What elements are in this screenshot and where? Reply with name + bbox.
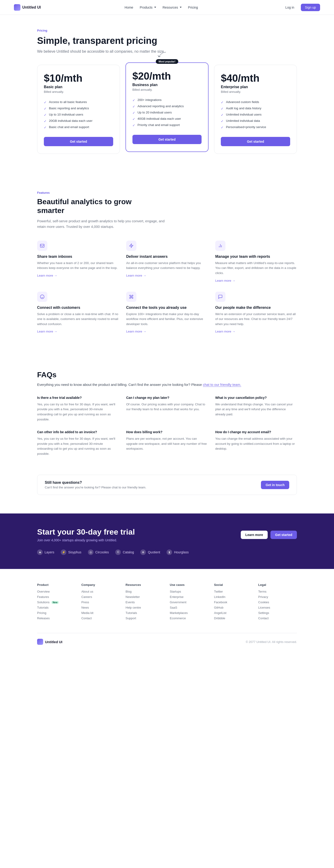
enterprise-billing: Billed annually. bbox=[221, 90, 290, 94]
learn-more-link[interactable]: Learn more → bbox=[215, 279, 297, 282]
faq-question: Is there a free trial available? bbox=[37, 396, 119, 400]
footer-logo[interactable]: Untitled UI bbox=[37, 639, 62, 645]
signup-button[interactable]: Sign up bbox=[301, 4, 320, 11]
sisyphus-icon: ⚡ bbox=[61, 550, 66, 555]
business-billing: Billed annually. bbox=[132, 88, 202, 91]
footer-link[interactable]: About us bbox=[81, 590, 120, 593]
faq-question: Can other info be added to an invoice? bbox=[37, 430, 119, 434]
footer-link[interactable]: Settings bbox=[258, 611, 297, 615]
check-icon: ✓ bbox=[221, 107, 224, 111]
check-icon: ✓ bbox=[44, 107, 46, 111]
footer-link[interactable]: News bbox=[81, 606, 120, 609]
footer-link[interactable]: Newsletter bbox=[126, 595, 164, 599]
footer-link[interactable]: Solutions New bbox=[37, 600, 76, 604]
still-questions-section: Still have questions? Can't find the ans… bbox=[37, 475, 297, 495]
feature-title: Connect with customers bbox=[37, 306, 119, 310]
footer-link[interactable]: AngelList bbox=[214, 611, 253, 615]
footer-link[interactable]: Overview bbox=[37, 590, 76, 593]
navbar: Untitled UI Home Products Resources Pric… bbox=[0, 0, 334, 15]
footer-link[interactable]: Licenses bbox=[258, 606, 297, 609]
footer-link[interactable]: Cookies bbox=[258, 600, 297, 604]
footer-link[interactable]: Releases bbox=[37, 617, 76, 620]
footer-link[interactable]: Contact bbox=[258, 617, 297, 620]
nav-products[interactable]: Products bbox=[140, 6, 156, 9]
list-item: ✓Personalised+priority service bbox=[221, 124, 290, 130]
footer-link[interactable]: Startups bbox=[170, 590, 208, 593]
check-icon: ✓ bbox=[44, 100, 46, 104]
quotient-icon: ⊕ bbox=[140, 550, 146, 555]
feature-deliver-answers: Deliver instant answers An all-in-one cu… bbox=[126, 241, 208, 282]
footer-link[interactable]: Support bbox=[126, 617, 164, 620]
layers-icon: ◈ bbox=[37, 550, 43, 555]
brand-logo-circooles: ◎ Circooles bbox=[88, 550, 109, 555]
footer-col-usecases: Use cases Startups Enterprise Government… bbox=[170, 583, 208, 622]
footer-link[interactable]: LinkedIn bbox=[214, 595, 253, 599]
learn-more-link[interactable]: Learn more → bbox=[215, 330, 297, 333]
cta-banner-title: Start your 30-day free trial bbox=[37, 527, 135, 536]
login-button[interactable]: Log in bbox=[281, 4, 298, 11]
faq-title: FAQs bbox=[37, 370, 297, 379]
nav-home[interactable]: Home bbox=[125, 6, 133, 9]
features-subtitle: Powerful, self-serve product and growth … bbox=[37, 218, 172, 229]
footer-link[interactable]: Marketplaces bbox=[170, 611, 208, 615]
pricing-cards: $10/mth Basic plan Billed annually. ✓Acc… bbox=[37, 65, 297, 154]
footer-link[interactable]: Features bbox=[37, 595, 76, 599]
enterprise-get-started[interactable]: Get started bbox=[221, 137, 290, 146]
cta-banner-text: Start your 30-day free trial Join over 4… bbox=[37, 527, 135, 542]
basic-get-started[interactable]: Get started bbox=[44, 137, 113, 146]
learn-more-link[interactable]: Learn more → bbox=[126, 274, 208, 277]
features-grid: Share team inboxes Whether you have a te… bbox=[37, 241, 297, 333]
command-icon bbox=[126, 292, 136, 302]
footer-link[interactable]: GitHub bbox=[214, 606, 253, 609]
faq-answer: Of course. Our pricing scales with your … bbox=[126, 402, 208, 412]
footer-link[interactable]: Contact bbox=[81, 617, 120, 620]
check-icon: ✓ bbox=[221, 126, 224, 129]
svg-rect-0 bbox=[40, 244, 44, 247]
business-price: $20/mth bbox=[132, 70, 202, 82]
cta-small-text: Still have questions? Can't find the ans… bbox=[45, 480, 146, 489]
footer-link[interactable]: SaaS bbox=[170, 606, 208, 609]
faq-intro: Everything you need to know about the pr… bbox=[37, 382, 297, 386]
footer-link[interactable]: Blog bbox=[126, 590, 164, 593]
footer-link[interactable]: Twitter bbox=[214, 590, 253, 593]
nav-resources[interactable]: Resources bbox=[163, 6, 181, 9]
list-item: ✓Unlimited individual data bbox=[221, 118, 290, 124]
learn-more-link[interactable]: Learn more → bbox=[37, 330, 119, 333]
footer-link[interactable]: Terms bbox=[258, 590, 297, 593]
nav-logo[interactable]: Untitled UI bbox=[14, 4, 41, 11]
nav-pricing[interactable]: Pricing bbox=[188, 6, 198, 9]
footer-col-title: Legal bbox=[258, 583, 297, 587]
footer-link[interactable]: Careers bbox=[81, 595, 120, 599]
feature-title: Deliver instant answers bbox=[126, 254, 208, 259]
footer-link[interactable]: Enterprise bbox=[170, 595, 208, 599]
learn-more-link[interactable]: Learn more → bbox=[126, 330, 208, 333]
footer-link[interactable]: Pricing bbox=[37, 611, 76, 615]
faq-answer: Yes, you can try us for free for 30 days… bbox=[37, 436, 119, 456]
get-started-button[interactable]: Get started bbox=[270, 531, 297, 539]
business-get-started[interactable]: Get started bbox=[132, 135, 202, 144]
footer-link[interactable]: Tutorials bbox=[37, 606, 76, 609]
feature-desc: An all-in-one customer service platform … bbox=[126, 260, 208, 271]
learn-more-button[interactable]: Learn more bbox=[241, 531, 268, 539]
faq-chat-link[interactable]: chat to our friendly team. bbox=[203, 382, 241, 387]
check-icon: ✓ bbox=[132, 105, 135, 108]
footer-link[interactable]: Facebook bbox=[214, 600, 253, 604]
list-item: ✓Up to 10 individual users bbox=[44, 112, 113, 118]
footer-link[interactable]: Media kit bbox=[81, 611, 120, 615]
footer-link[interactable]: Events bbox=[126, 600, 164, 604]
footer-link[interactable]: Dribbble bbox=[214, 617, 253, 620]
footer-link[interactable]: Press bbox=[81, 600, 120, 604]
footer-col-legal: Legal Terms Privacy Cookies Licenses Set… bbox=[258, 583, 297, 622]
check-icon: ✓ bbox=[221, 119, 224, 123]
pricing-label: Pricing bbox=[37, 29, 297, 32]
faq-question: How does billing work? bbox=[126, 430, 208, 434]
footer-logo-icon bbox=[37, 639, 43, 645]
footer-link[interactable]: Ecommerce bbox=[170, 617, 208, 620]
learn-more-link[interactable]: Learn more → bbox=[37, 274, 119, 277]
footer-link[interactable]: Government bbox=[170, 600, 208, 604]
footer-link[interactable]: Tutorials bbox=[126, 611, 164, 615]
footer-link[interactable]: Help centre bbox=[126, 606, 164, 609]
get-in-touch-button[interactable]: Get in touch bbox=[261, 481, 289, 489]
footer-link[interactable]: Privacy bbox=[258, 595, 297, 599]
pricing-section: Pricing Simple, transparent pricing We b… bbox=[0, 15, 334, 173]
